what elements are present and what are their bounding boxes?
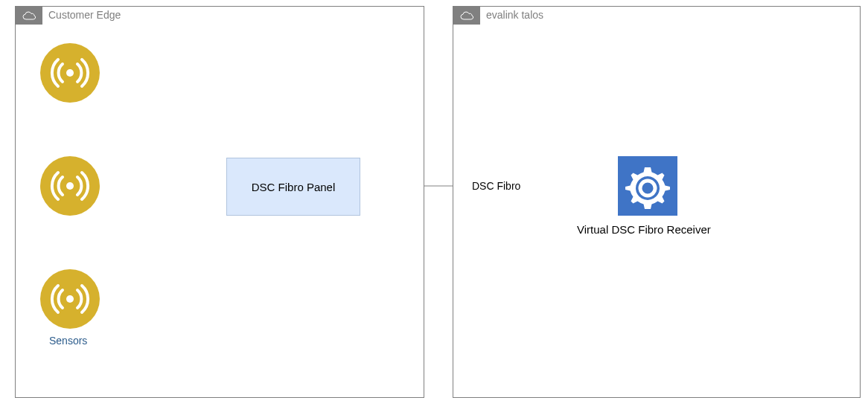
talos-title: evalink talos [486, 9, 543, 21]
customer-edge-icon-tab [16, 7, 42, 25]
receiver-icon-box [618, 156, 677, 216]
wireless-icon [48, 164, 92, 208]
sensor-node [40, 156, 100, 216]
svg-point-5 [66, 182, 74, 190]
sensor-icon [40, 156, 100, 216]
receiver-label: Virtual DSC Fibro Receiver [577, 223, 636, 236]
svg-point-7 [640, 181, 655, 196]
svg-point-4 [66, 69, 74, 77]
panel-label: DSC Fibro Panel [252, 181, 336, 193]
talos-icon-tab [453, 7, 480, 25]
connection-label: DSC Fibro [470, 180, 522, 192]
sensor-node [40, 43, 100, 103]
dsc-fibro-receiver: Virtual DSC Fibro Receiver [618, 156, 677, 236]
cloud-icon [459, 10, 474, 21]
customer-edge-title: Customer Edge [48, 9, 121, 21]
wireless-icon [48, 51, 92, 95]
sensors-label: Sensors [49, 335, 87, 347]
wireless-icon [48, 277, 92, 321]
dsc-fibro-panel: DSC Fibro Panel [226, 158, 360, 216]
cloud-icon [22, 10, 36, 21]
svg-point-6 [66, 295, 74, 303]
sensor-icon [40, 269, 100, 329]
sensor-icon [40, 43, 100, 103]
gear-icon [625, 163, 671, 209]
sensor-node [40, 269, 100, 329]
